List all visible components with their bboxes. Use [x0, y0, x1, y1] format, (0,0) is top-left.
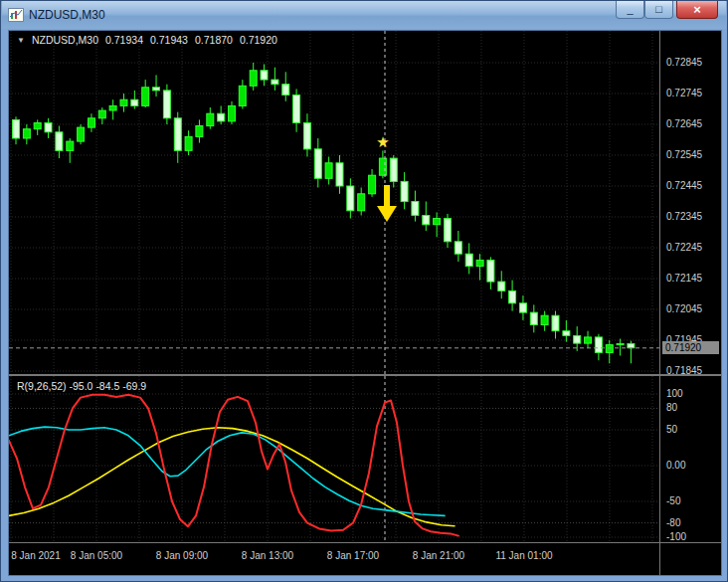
- time-axis-label: 8 Jan 05:00: [71, 550, 122, 561]
- indicator-label: R(9,26,52) -95.0 -84.5 -69.9: [17, 380, 146, 392]
- price-axis[interactable]: 0.728450.727450.726450.725450.724450.723…: [659, 31, 721, 575]
- indicator-axis-label: -50: [666, 495, 680, 506]
- chart-area[interactable]: ★ ▼ NZDUSD,M30 0.71934 0.71943 0.71870 0…: [9, 31, 721, 575]
- minimize-button[interactable]: _: [616, 1, 644, 19]
- indicator-axis-label: 0.00: [666, 460, 685, 471]
- sell-arrow-icon: [377, 185, 397, 222]
- price-axis-label: 0.72645: [666, 118, 702, 129]
- time-axis-label: 8 Jan 09:00: [156, 550, 208, 561]
- indicator-axis-label: 50: [666, 424, 677, 435]
- symbol-label: NZDUSD,M30: [32, 34, 98, 46]
- indicator-axis-label: 100: [666, 388, 683, 399]
- ohlc-readout: ▼ NZDUSD,M30 0.71934 0.71943 0.71870 0.7…: [17, 34, 277, 46]
- window-controls: _ □ ×: [616, 1, 718, 19]
- main-grid: [9, 31, 659, 374]
- close-icon: ×: [693, 4, 701, 15]
- open-value: 0.71934: [105, 34, 143, 46]
- indicator-axis-label: -100: [666, 531, 686, 542]
- indicator-axis-label: -80: [666, 517, 680, 528]
- time-axis[interactable]: 8 Jan 20218 Jan 05:008 Jan 09:008 Jan 13…: [9, 543, 659, 575]
- signal-star-icon: ★: [376, 133, 389, 150]
- price-axis-label: 0.72345: [666, 211, 702, 222]
- indicator-canvas[interactable]: [9, 376, 659, 542]
- window-title: NZDUSD,M30: [29, 9, 105, 21]
- maximize-icon: □: [655, 4, 662, 15]
- close-button[interactable]: ×: [676, 1, 718, 19]
- pane-separator[interactable]: [9, 374, 721, 376]
- price-axis-label: 0.72845: [666, 57, 702, 68]
- price-axis-label: 0.72545: [666, 149, 702, 160]
- price-axis-label: 0.72245: [666, 242, 702, 253]
- indicator-axis-label: 80: [666, 402, 677, 413]
- time-axis-label: 8 Jan 2021: [11, 550, 61, 561]
- chart-window-icon: [8, 7, 24, 23]
- low-value: 0.71870: [195, 34, 233, 46]
- time-axis-separator: [9, 542, 721, 543]
- price-axis-label: 0.72445: [666, 180, 702, 191]
- indicator-grid: [9, 376, 659, 542]
- price-axis-label: 0.72145: [666, 273, 702, 284]
- mt4-chart-window: NZDUSD,M30 _ □ × ★ ▼ NZDUSD,M30 0.71934 …: [0, 0, 728, 582]
- minimize-icon: _: [627, 4, 633, 15]
- title-bar[interactable]: NZDUSD,M30 _ □ ×: [2, 1, 726, 29]
- candles: [13, 63, 635, 363]
- time-axis-label: 11 Jan 01:00: [495, 550, 552, 561]
- time-axis-label: 8 Jan 21:00: [413, 550, 464, 561]
- high-value: 0.71943: [150, 34, 188, 46]
- indicator-mid-line: [9, 427, 445, 515]
- close-value: 0.71920: [240, 34, 277, 46]
- main-chart-canvas[interactable]: ★: [9, 31, 659, 374]
- current-price-tag: 0.71920: [662, 341, 719, 354]
- time-axis-label: 8 Jan 17:00: [327, 550, 379, 561]
- indicator-slow-line: [9, 428, 455, 526]
- time-axis-label: 8 Jan 13:00: [242, 550, 293, 561]
- price-axis-label: 0.72745: [666, 88, 702, 98]
- maximize-button[interactable]: □: [644, 1, 673, 19]
- symbol-dropdown-icon[interactable]: ▼: [17, 34, 25, 46]
- price-axis-label: 0.72045: [666, 303, 702, 314]
